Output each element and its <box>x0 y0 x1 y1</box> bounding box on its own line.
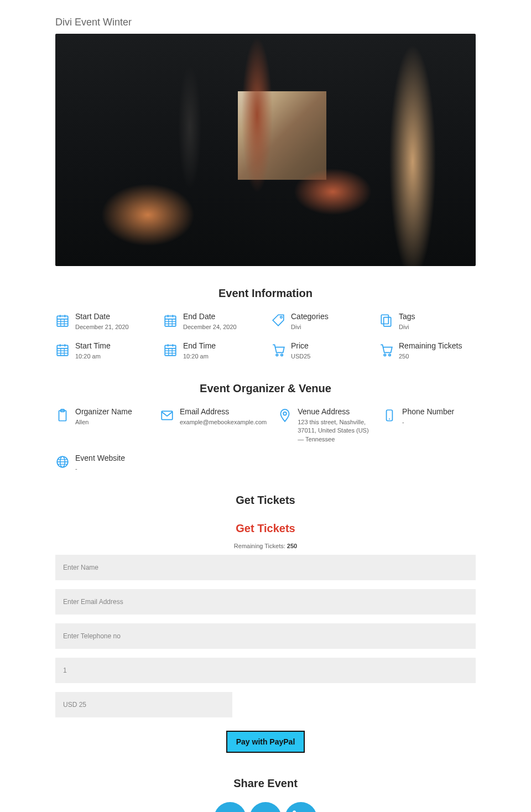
info-label: Email Address <box>180 407 267 416</box>
info-value: - <box>75 465 125 473</box>
section-share-event: Share Event <box>55 777 476 790</box>
info-value: - <box>402 418 454 426</box>
name-field[interactable] <box>55 555 476 580</box>
phone-icon <box>382 408 397 423</box>
info-categories: Categories Divi <box>271 312 368 331</box>
twitter-icon <box>257 810 274 812</box>
info-value: 250 <box>399 352 462 361</box>
email-field[interactable] <box>55 589 476 615</box>
org-address: Venue Address 123 this street, Nashville… <box>278 407 371 444</box>
info-label: Phone Number <box>402 407 454 416</box>
info-label: Remaining Tickets <box>399 341 462 350</box>
info-value: 10:20 am <box>183 352 216 361</box>
section-organizer-venue: Event Organizer & Venue <box>55 382 476 395</box>
remaining-tickets-line: Remaining Tickets: 250 <box>55 543 476 549</box>
cart-icon <box>271 342 285 357</box>
info-start-date: Start Date December 21, 2020 <box>55 312 152 331</box>
clipboard-icon <box>55 408 70 423</box>
calendar-icon <box>55 313 70 327</box>
info-label: Venue Address <box>298 407 371 416</box>
calendar-icon <box>163 342 178 357</box>
quantity-field[interactable] <box>55 658 476 683</box>
hero-image <box>55 34 476 266</box>
telephone-field[interactable] <box>55 623 476 649</box>
remaining-label: Remaining Tickets: <box>234 543 287 549</box>
mail-icon <box>160 408 174 423</box>
info-end-time: End Time 10:20 am <box>163 341 260 361</box>
info-value: Allen <box>75 418 132 426</box>
price-field[interactable] <box>55 692 232 717</box>
share-facebook-button[interactable] <box>214 802 246 812</box>
linkedin-icon <box>293 810 309 812</box>
info-start-time: Start Time 10:20 am <box>55 341 152 361</box>
info-label: Price <box>291 341 310 350</box>
info-price: Price USD25 <box>271 341 368 361</box>
info-value: USD25 <box>291 352 310 361</box>
section-event-info: Event Information <box>55 287 476 300</box>
info-label: Tags <box>399 312 415 321</box>
org-website: Event Website - <box>55 454 149 473</box>
facebook-icon <box>222 810 238 812</box>
page-title: Divi Event Winter <box>55 17 476 28</box>
remaining-value: 250 <box>287 543 297 549</box>
info-value: 123 this street, Nashville, 37011, Unite… <box>298 418 371 444</box>
info-end-date: End Date December 24, 2020 <box>163 312 260 331</box>
info-label: End Time <box>183 341 216 350</box>
info-value: Divi <box>291 323 329 331</box>
info-label: Categories <box>291 312 329 321</box>
section-get-tickets: Get Tickets <box>55 494 476 507</box>
info-value: December 24, 2020 <box>183 323 237 331</box>
tickets-subtitle: Get Tickets <box>55 522 476 535</box>
calendar-icon <box>163 313 178 327</box>
info-value: 10:20 am <box>75 352 111 361</box>
info-label: Event Website <box>75 454 125 462</box>
info-label: Start Time <box>75 341 111 350</box>
info-value: December 21, 2020 <box>75 323 129 331</box>
share-linkedin-button[interactable] <box>285 802 317 812</box>
info-tags: Tags Divi <box>379 312 476 331</box>
info-label: Organizer Name <box>75 407 132 416</box>
map-pin-icon <box>278 408 292 423</box>
org-phone: Phone Number - <box>382 407 476 444</box>
share-twitter-button[interactable] <box>249 802 282 812</box>
globe-icon <box>55 455 70 469</box>
info-label: Start Date <box>75 312 129 321</box>
copy-icon <box>379 313 393 327</box>
cart-icon <box>379 342 393 357</box>
org-email: Email Address example@mebookexample.com <box>160 407 267 444</box>
tag-icon <box>271 313 285 327</box>
org-name: Organizer Name Allen <box>55 407 149 444</box>
pay-with-paypal-button[interactable]: Pay with PayPal <box>226 731 305 753</box>
info-label: End Date <box>183 312 237 321</box>
info-value: Divi <box>399 323 415 331</box>
info-remaining-tickets: Remaining Tickets 250 <box>379 341 476 361</box>
info-value: example@mebookexample.com <box>180 418 267 426</box>
calendar-icon <box>55 342 70 357</box>
